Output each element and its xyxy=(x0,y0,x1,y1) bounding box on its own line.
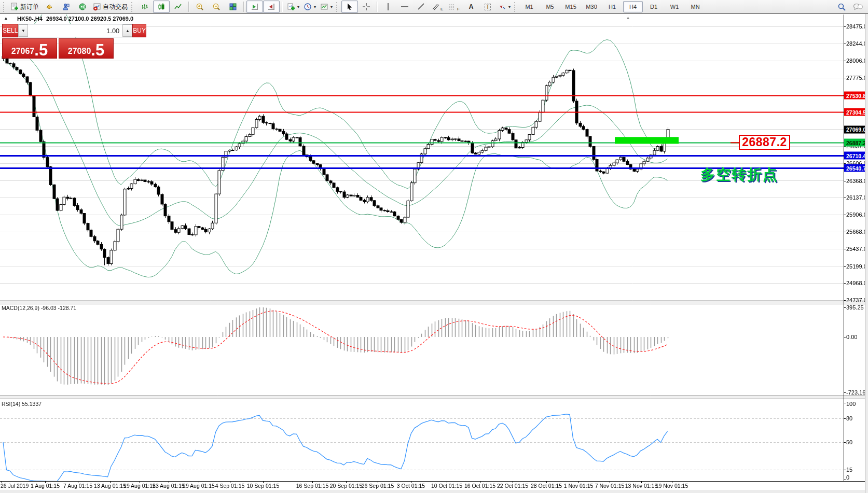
crosshair-icon xyxy=(362,3,370,11)
date-tick-label: 20 Sep 01:15 xyxy=(330,483,362,489)
price-tick-label: 28244.0 xyxy=(846,40,867,47)
toolbar-grip[interactable] xyxy=(131,2,134,12)
date-tick-label: 28 Oct 01:15 xyxy=(531,483,562,489)
text-label-button[interactable]: T xyxy=(479,1,496,13)
text-button[interactable]: A xyxy=(463,1,479,13)
macd-axis-label: -723.16 xyxy=(846,389,865,396)
level-price-callout[interactable]: 26887.2 xyxy=(739,135,790,150)
chart-canvas[interactable] xyxy=(0,0,868,493)
timeframe-m15-button[interactable]: M15 xyxy=(561,1,581,12)
bar-chart-button[interactable] xyxy=(136,1,153,13)
chat-icon xyxy=(853,3,863,11)
toolbar-grip[interactable] xyxy=(514,2,517,12)
line-chart-button[interactable] xyxy=(170,1,186,13)
volume-down-button[interactable]: ▼ xyxy=(18,24,28,37)
volume-input[interactable] xyxy=(28,24,122,37)
periods-button[interactable]: ▾ xyxy=(301,1,318,13)
date-tick-label: 10 Oct 01:15 xyxy=(431,483,462,489)
gold-icon xyxy=(45,3,53,11)
horizontal-line-button[interactable] xyxy=(396,1,413,13)
macd-axis-label: 0.00 xyxy=(846,334,857,340)
templates-button[interactable]: ▾ xyxy=(318,1,335,13)
cursor-button[interactable] xyxy=(341,1,358,13)
timeframe-mn-button[interactable]: MN xyxy=(685,1,705,12)
rsi-indicator-label: RSI(14) 55.1337 xyxy=(2,401,42,407)
autotrading-icon xyxy=(93,3,101,11)
timeframe-d1-button[interactable]: D1 xyxy=(644,1,664,12)
cursor-icon xyxy=(346,3,354,11)
arrows-icon xyxy=(498,3,506,11)
alerts-button[interactable] xyxy=(74,1,91,13)
trendline-icon xyxy=(417,3,425,11)
volume-up-button[interactable]: ▲ xyxy=(122,24,132,37)
rsi-axis-label: 50 xyxy=(846,439,852,445)
new-order-button[interactable]: 新订单 xyxy=(8,1,41,13)
tile-windows-icon xyxy=(229,3,237,11)
turning-point-note[interactable]: 多空转折点 xyxy=(700,165,778,185)
sell-price-main: 27067 xyxy=(11,47,35,55)
macd-values: -96.03 -128.71 xyxy=(41,305,76,311)
candlestick-button[interactable] xyxy=(153,1,170,13)
chevron-down-icon: ▾ xyxy=(330,5,333,9)
toolbar-grip[interactable] xyxy=(3,2,6,12)
channel-button[interactable]: E xyxy=(430,1,446,13)
fibonacci-button[interactable]: F xyxy=(446,1,463,13)
window-right-edge xyxy=(865,14,868,493)
date-tick-label: 19 Aug 01:15 xyxy=(123,483,156,489)
signal-icon xyxy=(78,3,87,11)
indicators-icon xyxy=(287,3,295,11)
chevron-down-icon: ▾ xyxy=(297,5,299,9)
channel-icon xyxy=(432,3,439,10)
date-tick-label: 16 Oct 01:15 xyxy=(464,483,495,489)
search-button[interactable] xyxy=(833,1,850,13)
mt4-window: { "toolbar": { "new_order_label": "新订单",… xyxy=(0,0,868,493)
timeframe-m5-button[interactable]: M5 xyxy=(540,1,560,12)
chart-shift-marker-icon[interactable]: ▴ xyxy=(627,15,629,20)
sell-price-fraction: .5 xyxy=(34,44,48,57)
shift-chart-button[interactable] xyxy=(263,1,280,13)
community-chat-button[interactable] xyxy=(850,1,866,13)
rsi-value: 55.1337 xyxy=(22,401,42,407)
panel-collapse-icon[interactable]: ▲ xyxy=(4,16,8,21)
tile-windows-button[interactable] xyxy=(225,1,241,13)
new-order-icon xyxy=(10,3,19,11)
date-tick-label: 22 Oct 01:15 xyxy=(497,483,528,489)
buy-price-main: 27080 xyxy=(68,47,91,55)
timeframe-w1-button[interactable]: W1 xyxy=(665,1,684,12)
crosshair-button[interactable] xyxy=(358,1,375,13)
toolbar-separator xyxy=(377,2,378,12)
buy-price-fraction: .5 xyxy=(91,44,104,57)
market-watch-button[interactable] xyxy=(41,1,58,13)
trendline-button[interactable] xyxy=(413,1,430,13)
macd-axis-label: 395.25 xyxy=(846,304,864,311)
vertical-line-button[interactable] xyxy=(380,1,396,13)
buy-price-tile[interactable]: 27080 .5 xyxy=(59,38,114,59)
chevron-down-icon: ▾ xyxy=(508,5,511,9)
toolbar-separator xyxy=(282,2,283,12)
date-tick-label: 13 Nov 01:15 xyxy=(625,483,657,489)
zoom-in-button[interactable] xyxy=(191,1,208,13)
date-tick-label: 4 Sep 01:15 xyxy=(215,483,245,489)
rsi-axis-label: 100 xyxy=(846,401,856,407)
sell-button[interactable]: SELL xyxy=(2,24,18,37)
sell-price-tile[interactable]: 27067 .5 xyxy=(2,38,57,59)
macd-indicator-label: MACD(12,26,9) -96.03 -128.71 xyxy=(2,305,76,311)
fibonacci-sub-label: F xyxy=(457,7,460,11)
shift-chart-icon xyxy=(267,3,275,11)
date-tick-label: 26 Sep 01:15 xyxy=(362,483,394,489)
arrows-button[interactable]: ▾ xyxy=(496,1,513,13)
buy-button[interactable]: BUY xyxy=(132,24,146,37)
timeframe-m30-button[interactable]: M30 xyxy=(582,1,601,12)
metaeditor-button[interactable] xyxy=(58,1,74,13)
price-tick-label: 24968.0 xyxy=(846,280,867,286)
timeframe-h4-button[interactable]: H4 xyxy=(623,1,643,12)
date-tick-label: 1 Nov 01:15 xyxy=(564,483,594,489)
autotrading-button[interactable]: 自动交易 xyxy=(91,1,130,13)
zoom-out-button[interactable] xyxy=(208,1,225,13)
toolbar-grip[interactable] xyxy=(336,2,339,12)
indicators-button[interactable]: ▾ xyxy=(285,1,301,13)
timeframe-h1-button[interactable]: H1 xyxy=(602,1,622,12)
line-chart-icon xyxy=(174,3,182,11)
auto-scroll-button[interactable] xyxy=(246,1,263,13)
timeframe-m1-button[interactable]: M1 xyxy=(519,1,539,12)
